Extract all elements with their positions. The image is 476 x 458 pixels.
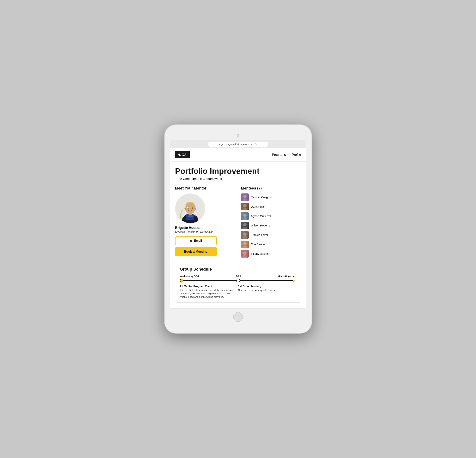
mentee-avatar	[241, 222, 249, 229]
mentee-name: Wilson Roberts	[251, 224, 270, 227]
mentee-item: Wilson Roberts	[241, 222, 301, 229]
svg-point-8	[188, 207, 188, 208]
tablet-top-bar	[170, 134, 306, 137]
nav-profile[interactable]: Profile	[292, 153, 301, 157]
svg-point-22	[243, 223, 246, 226]
mentee-avatar	[241, 212, 249, 220]
timeline-dot-start	[180, 279, 184, 283]
tablet-frame: aigachicago/portfolioimprovement ↻ AIGA …	[165, 125, 312, 333]
svg-point-6	[187, 207, 189, 208]
date-middle: 3/21	[236, 275, 241, 277]
mentor-name: Brigette Hudson	[175, 226, 235, 230]
mentees-heading: Mentees (7)	[241, 186, 301, 190]
book-meeting-label: Book a Meeting	[184, 250, 208, 254]
nav-links: Programs Profile	[272, 153, 301, 157]
time-commitment-label: Time Commitment:	[175, 177, 202, 181]
svg-point-25	[243, 233, 246, 236]
mentee-avatar	[241, 241, 249, 248]
tablet-screen: aigachicago/portfolioimprovement ↻ AIGA …	[170, 140, 306, 309]
mentee-name: Alyssa Gutierrez	[251, 214, 272, 218]
url-bar[interactable]: aigachicago/portfolioimprovement ↻	[208, 142, 268, 147]
svg-point-10	[184, 208, 186, 210]
timeline-events: All Mentor Program Event Join the kick-o…	[180, 285, 296, 299]
schedule-section: Group Schedule Wednesday 3/14 3/21 8 Mee…	[175, 262, 301, 303]
mentee-item: Tiffany Belush	[241, 250, 301, 258]
nav-programs[interactable]: Programs	[272, 153, 286, 157]
mentee-item: Melissa Cosgrove	[241, 193, 301, 201]
email-icon: ✉	[190, 239, 192, 243]
book-meeting-button[interactable]: Book a Meeting	[175, 247, 217, 256]
nav-bar: AIGA Programs Profile	[170, 148, 306, 162]
email-button[interactable]: ✉ Email	[175, 236, 217, 245]
svg-point-9	[193, 207, 193, 208]
svg-point-11	[195, 208, 196, 210]
timeline-labels: Wednesday 3/14 3/21 8 Meetings Left	[180, 275, 296, 277]
url-text: aigachicago/portfolioimprovement	[219, 143, 253, 146]
event-1-desc: Join the kick-off event and see all the …	[180, 288, 238, 299]
timeline-dot-middle	[236, 279, 240, 283]
email-button-label: Email	[194, 239, 202, 242]
time-commitment-value: 3 hours/week	[203, 177, 222, 181]
mentees-section: Mentees (7) Melissa Cosgrove Danny Tran …	[241, 186, 301, 258]
tablet-camera	[237, 134, 239, 137]
event-2-desc: Our class meets every other week	[238, 288, 296, 292]
browser-bar: aigachicago/portfolioimprovement ↻	[170, 140, 306, 148]
mentee-avatar	[241, 193, 249, 201]
event-2: 1st Group Meeting Our class meets every …	[238, 285, 296, 299]
page-title: Portfolio Improvement	[175, 167, 301, 175]
mentee-name: Erin Canter	[251, 243, 265, 246]
mentee-item: Erin Canter	[241, 241, 301, 248]
tablet-bottom-bar	[170, 312, 306, 322]
refresh-icon[interactable]: ↻	[255, 143, 257, 146]
mentee-name: Danny Tran	[251, 205, 266, 208]
mentor-title: Creative Director at Pivot Design	[175, 230, 235, 233]
mentee-avatar	[241, 231, 249, 239]
svg-point-31	[243, 251, 246, 255]
date-left: Wednesday 3/14	[180, 275, 199, 277]
event-1: All Mentor Program Event Join the kick-o…	[180, 285, 238, 299]
logo[interactable]: AIGA	[175, 151, 190, 158]
schedule-heading: Group Schedule	[180, 267, 296, 272]
mentor-photo	[175, 193, 205, 224]
svg-point-7	[192, 207, 193, 208]
mentee-name: Frankie Lovell	[251, 233, 268, 236]
svg-point-16	[243, 204, 246, 207]
home-button[interactable]	[233, 312, 243, 322]
mentee-avatar	[241, 250, 249, 258]
meetings-left: 8 Meetings Left	[279, 275, 296, 277]
timeline-track: ▶	[180, 279, 296, 283]
mentee-name: Melissa Cosgrove	[251, 196, 273, 199]
mentor-portrait-svg	[176, 193, 205, 224]
svg-point-19	[243, 214, 246, 217]
mentee-item: Frankie Lovell	[241, 231, 301, 239]
mentee-list: Melissa Cosgrove Danny Tran Alyssa Gutie…	[241, 193, 301, 258]
mentee-item: Danny Tran	[241, 203, 301, 210]
event-1-title: All Mentor Program Event	[180, 285, 238, 288]
mentee-avatar	[241, 203, 249, 210]
svg-point-28	[243, 242, 246, 245]
svg-point-13	[243, 195, 246, 198]
main-content: Portfolio Improvement Time Commitment: 3…	[170, 162, 306, 309]
time-commitment: Time Commitment: 3 hours/week	[175, 177, 301, 181]
mentee-item: Alyssa Gutierrez	[241, 212, 301, 220]
mentee-name: Tiffany Belush	[251, 252, 269, 255]
mentor-section: Meet Your Mentor	[175, 186, 235, 258]
mentor-heading: Meet Your Mentor	[175, 186, 235, 190]
event-2-title: 1st Group Meeting	[238, 285, 296, 288]
timeline-arrow-icon: ▶	[293, 279, 296, 283]
two-column-layout: Meet Your Mentor	[175, 186, 301, 258]
